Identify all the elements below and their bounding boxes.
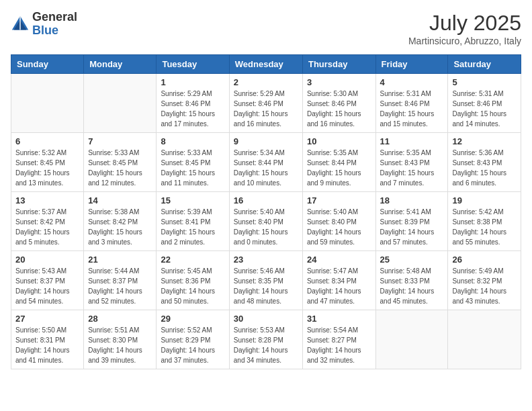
month-year: July 2025 bbox=[408, 11, 521, 36]
day-detail: Sunrise: 5:48 AM Sunset: 8:33 PM Dayligh… bbox=[380, 266, 444, 306]
day-number: 6 bbox=[15, 136, 79, 146]
day-cell-4-5 bbox=[375, 310, 448, 369]
day-number: 1 bbox=[161, 77, 224, 87]
col-sunday: Sunday bbox=[11, 55, 84, 74]
col-friday: Friday bbox=[375, 55, 448, 74]
day-detail: Sunrise: 5:30 AM Sunset: 8:46 PM Dayligh… bbox=[307, 89, 371, 129]
day-number: 2 bbox=[234, 77, 298, 87]
day-cell-4-0: 27Sunrise: 5:50 AM Sunset: 8:31 PM Dayli… bbox=[11, 310, 84, 369]
day-number: 19 bbox=[452, 195, 517, 205]
day-number: 13 bbox=[15, 195, 79, 205]
day-cell-0-3: 2Sunrise: 5:29 AM Sunset: 8:46 PM Daylig… bbox=[229, 74, 302, 133]
day-cell-3-6: 26Sunrise: 5:49 AM Sunset: 8:32 PM Dayli… bbox=[448, 251, 521, 310]
day-number: 18 bbox=[380, 195, 444, 205]
day-detail: Sunrise: 5:35 AM Sunset: 8:43 PM Dayligh… bbox=[380, 148, 444, 188]
day-detail: Sunrise: 5:31 AM Sunset: 8:46 PM Dayligh… bbox=[380, 89, 444, 129]
day-number: 3 bbox=[307, 77, 371, 87]
day-detail: Sunrise: 5:49 AM Sunset: 8:32 PM Dayligh… bbox=[452, 266, 517, 306]
col-saturday: Saturday bbox=[448, 55, 521, 74]
logo-general: General bbox=[32, 10, 77, 24]
calendar: Sunday Monday Tuesday Wednesday Thursday… bbox=[11, 54, 521, 369]
day-number: 12 bbox=[452, 136, 517, 146]
day-detail: Sunrise: 5:33 AM Sunset: 8:45 PM Dayligh… bbox=[161, 148, 224, 188]
day-cell-1-3: 9Sunrise: 5:34 AM Sunset: 8:44 PM Daylig… bbox=[229, 133, 302, 192]
day-detail: Sunrise: 5:40 AM Sunset: 8:40 PM Dayligh… bbox=[234, 207, 298, 247]
day-cell-0-4: 3Sunrise: 5:30 AM Sunset: 8:46 PM Daylig… bbox=[302, 74, 375, 133]
week-row-2: 6Sunrise: 5:32 AM Sunset: 8:45 PM Daylig… bbox=[11, 133, 521, 192]
day-detail: Sunrise: 5:44 AM Sunset: 8:37 PM Dayligh… bbox=[88, 266, 152, 306]
day-cell-4-4: 31Sunrise: 5:54 AM Sunset: 8:27 PM Dayli… bbox=[302, 310, 375, 369]
day-cell-1-1: 7Sunrise: 5:33 AM Sunset: 8:45 PM Daylig… bbox=[84, 133, 157, 192]
day-cell-2-1: 14Sunrise: 5:38 AM Sunset: 8:42 PM Dayli… bbox=[84, 192, 157, 251]
day-number: 30 bbox=[234, 314, 298, 324]
day-detail: Sunrise: 5:42 AM Sunset: 8:38 PM Dayligh… bbox=[452, 207, 517, 247]
day-number: 16 bbox=[234, 195, 298, 205]
day-detail: Sunrise: 5:31 AM Sunset: 8:46 PM Dayligh… bbox=[452, 89, 517, 129]
day-cell-4-3: 30Sunrise: 5:53 AM Sunset: 8:28 PM Dayli… bbox=[229, 310, 302, 369]
logo-icon bbox=[11, 15, 30, 34]
day-detail: Sunrise: 5:39 AM Sunset: 8:41 PM Dayligh… bbox=[161, 207, 224, 247]
day-cell-2-5: 18Sunrise: 5:41 AM Sunset: 8:39 PM Dayli… bbox=[375, 192, 448, 251]
day-number: 5 bbox=[452, 77, 517, 87]
title-section: July 2025 Martinsicuro, Abruzzo, Italy bbox=[408, 11, 521, 46]
day-detail: Sunrise: 5:54 AM Sunset: 8:27 PM Dayligh… bbox=[307, 325, 371, 365]
week-row-1: 1Sunrise: 5:29 AM Sunset: 8:46 PM Daylig… bbox=[11, 74, 521, 133]
day-cell-4-6 bbox=[448, 310, 521, 369]
calendar-header-row: Sunday Monday Tuesday Wednesday Thursday… bbox=[11, 55, 521, 74]
day-detail: Sunrise: 5:46 AM Sunset: 8:35 PM Dayligh… bbox=[234, 266, 298, 306]
day-detail: Sunrise: 5:52 AM Sunset: 8:29 PM Dayligh… bbox=[161, 325, 224, 365]
location: Martinsicuro, Abruzzo, Italy bbox=[408, 36, 521, 46]
day-number: 24 bbox=[307, 255, 371, 265]
col-thursday: Thursday bbox=[302, 55, 375, 74]
day-number: 9 bbox=[234, 136, 298, 146]
day-cell-1-2: 8Sunrise: 5:33 AM Sunset: 8:45 PM Daylig… bbox=[157, 133, 229, 192]
logo: General Blue bbox=[11, 11, 77, 38]
day-number: 23 bbox=[234, 255, 298, 265]
day-cell-4-1: 28Sunrise: 5:51 AM Sunset: 8:30 PM Dayli… bbox=[84, 310, 157, 369]
day-detail: Sunrise: 5:38 AM Sunset: 8:42 PM Dayligh… bbox=[88, 207, 152, 247]
day-cell-3-5: 25Sunrise: 5:48 AM Sunset: 8:33 PM Dayli… bbox=[375, 251, 448, 310]
day-number: 14 bbox=[88, 195, 152, 205]
day-detail: Sunrise: 5:41 AM Sunset: 8:39 PM Dayligh… bbox=[380, 207, 444, 247]
day-number: 21 bbox=[88, 255, 152, 265]
day-cell-3-2: 22Sunrise: 5:45 AM Sunset: 8:36 PM Dayli… bbox=[157, 251, 229, 310]
col-tuesday: Tuesday bbox=[157, 55, 229, 74]
day-cell-0-1 bbox=[84, 74, 157, 133]
day-number: 22 bbox=[161, 255, 224, 265]
day-detail: Sunrise: 5:35 AM Sunset: 8:44 PM Dayligh… bbox=[307, 148, 371, 188]
day-number: 4 bbox=[380, 77, 444, 87]
day-detail: Sunrise: 5:32 AM Sunset: 8:45 PM Dayligh… bbox=[15, 148, 79, 188]
day-cell-2-0: 13Sunrise: 5:37 AM Sunset: 8:42 PM Dayli… bbox=[11, 192, 84, 251]
day-detail: Sunrise: 5:43 AM Sunset: 8:37 PM Dayligh… bbox=[15, 266, 79, 306]
day-cell-4-2: 29Sunrise: 5:52 AM Sunset: 8:29 PM Dayli… bbox=[157, 310, 229, 369]
day-number: 11 bbox=[380, 136, 444, 146]
day-cell-1-4: 10Sunrise: 5:35 AM Sunset: 8:44 PM Dayli… bbox=[302, 133, 375, 192]
day-detail: Sunrise: 5:29 AM Sunset: 8:46 PM Dayligh… bbox=[234, 89, 298, 129]
day-detail: Sunrise: 5:40 AM Sunset: 8:40 PM Dayligh… bbox=[307, 207, 371, 247]
day-detail: Sunrise: 5:51 AM Sunset: 8:30 PM Dayligh… bbox=[88, 325, 152, 365]
week-row-5: 27Sunrise: 5:50 AM Sunset: 8:31 PM Dayli… bbox=[11, 310, 521, 369]
day-cell-1-5: 11Sunrise: 5:35 AM Sunset: 8:43 PM Dayli… bbox=[375, 133, 448, 192]
day-cell-3-1: 21Sunrise: 5:44 AM Sunset: 8:37 PM Dayli… bbox=[84, 251, 157, 310]
day-number: 17 bbox=[307, 195, 371, 205]
day-cell-2-4: 17Sunrise: 5:40 AM Sunset: 8:40 PM Dayli… bbox=[302, 192, 375, 251]
day-number: 31 bbox=[307, 314, 371, 324]
day-detail: Sunrise: 5:50 AM Sunset: 8:31 PM Dayligh… bbox=[15, 325, 79, 365]
day-number: 27 bbox=[15, 314, 79, 324]
page-header: General Blue July 2025 Martinsicuro, Abr… bbox=[11, 11, 521, 46]
day-cell-2-3: 16Sunrise: 5:40 AM Sunset: 8:40 PM Dayli… bbox=[229, 192, 302, 251]
day-detail: Sunrise: 5:45 AM Sunset: 8:36 PM Dayligh… bbox=[161, 266, 224, 306]
col-monday: Monday bbox=[84, 55, 157, 74]
col-wednesday: Wednesday bbox=[229, 55, 302, 74]
day-detail: Sunrise: 5:37 AM Sunset: 8:42 PM Dayligh… bbox=[15, 207, 79, 247]
day-number: 28 bbox=[88, 314, 152, 324]
day-cell-3-4: 24Sunrise: 5:47 AM Sunset: 8:34 PM Dayli… bbox=[302, 251, 375, 310]
day-cell-3-0: 20Sunrise: 5:43 AM Sunset: 8:37 PM Dayli… bbox=[11, 251, 84, 310]
day-cell-2-6: 19Sunrise: 5:42 AM Sunset: 8:38 PM Dayli… bbox=[448, 192, 521, 251]
day-number: 10 bbox=[307, 136, 371, 146]
day-number: 25 bbox=[380, 255, 444, 265]
day-detail: Sunrise: 5:33 AM Sunset: 8:45 PM Dayligh… bbox=[88, 148, 152, 188]
day-number: 26 bbox=[452, 255, 517, 265]
day-detail: Sunrise: 5:53 AM Sunset: 8:28 PM Dayligh… bbox=[234, 325, 298, 365]
day-number: 29 bbox=[161, 314, 224, 324]
